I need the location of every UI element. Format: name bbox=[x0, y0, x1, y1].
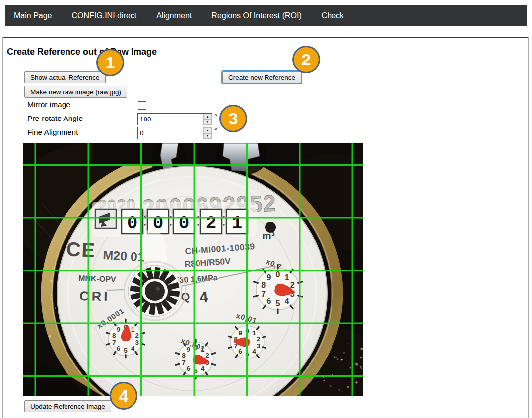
annotation-badge-3: 3 bbox=[219, 105, 247, 132]
svg-text:5: 5 bbox=[124, 347, 128, 354]
svg-text:9: 9 bbox=[117, 326, 121, 333]
nav-item-roi[interactable]: Regions Of Interest (ROI) bbox=[211, 11, 301, 20]
approval-text: M20 01 bbox=[103, 248, 145, 264]
svg-text:1: 1 bbox=[131, 326, 135, 333]
update-reference-image-button[interactable]: Update Reference Image bbox=[24, 400, 111, 412]
fine-spinner: ▲ ▼ bbox=[203, 127, 212, 139]
mirror-image-label: Mirror image bbox=[27, 100, 70, 109]
svg-text:6: 6 bbox=[238, 348, 242, 355]
svg-text:7: 7 bbox=[112, 339, 116, 346]
svg-text:2: 2 bbox=[257, 335, 261, 343]
prerotate-spin-up-icon[interactable]: ▲ bbox=[203, 114, 212, 119]
svg-text:9: 9 bbox=[266, 273, 271, 282]
nav-item-alignment[interactable]: Alignment bbox=[156, 11, 192, 20]
top-nav: Main Page CONFIG.INI direct Alignment Re… bbox=[5, 5, 527, 26]
nav-item-check[interactable]: Check bbox=[322, 11, 344, 20]
prerotate-spin-down-icon[interactable]: ▼ bbox=[203, 119, 212, 125]
svg-text:3: 3 bbox=[135, 339, 139, 346]
mirror-image-checkbox[interactable] bbox=[138, 101, 146, 110]
fine-spin-up-icon[interactable]: ▲ bbox=[203, 127, 212, 133]
fine-spin-down-icon[interactable]: ▼ bbox=[203, 133, 212, 139]
brand-text: MNK-OPV bbox=[78, 274, 116, 284]
svg-text:6: 6 bbox=[117, 345, 121, 352]
svg-text:6: 6 bbox=[266, 297, 271, 305]
svg-text:3: 3 bbox=[257, 342, 261, 350]
svg-text:4: 4 bbox=[201, 365, 205, 372]
svg-text:1: 1 bbox=[232, 213, 243, 234]
counter-window: 1 bbox=[226, 209, 248, 234]
svg-text:8: 8 bbox=[112, 332, 116, 339]
create-new-reference-button[interactable]: Create new Reference bbox=[222, 71, 301, 83]
svg-text:0: 0 bbox=[127, 213, 138, 234]
prerotate-degree-symbol: ° bbox=[214, 112, 217, 120]
svg-text:8: 8 bbox=[261, 281, 266, 289]
svg-text:2: 2 bbox=[135, 332, 139, 339]
svg-text:2: 2 bbox=[206, 213, 217, 234]
annotation-badge-1: 1 bbox=[96, 49, 124, 76]
svg-text:0: 0 bbox=[179, 213, 190, 234]
svg-text:4: 4 bbox=[252, 348, 256, 355]
reference-image: 2020 2000692952 0 0 0 2 1 m³ CE M20 01 C… bbox=[23, 143, 363, 396]
counter-window: 2 bbox=[200, 209, 222, 234]
svg-text:2: 2 bbox=[205, 352, 209, 359]
svg-text:9: 9 bbox=[238, 329, 242, 337]
prerotate-angle-field: ▲ ▼ bbox=[137, 113, 212, 125]
fine-alignment-input[interactable] bbox=[138, 127, 203, 139]
show-actual-reference-button[interactable]: Show actual Reference bbox=[24, 71, 106, 83]
fine-alignment-field: ▲ ▼ bbox=[137, 127, 212, 139]
svg-text:7: 7 bbox=[261, 290, 266, 298]
page-title: Create Reference out of Raw Image bbox=[7, 47, 157, 57]
prerotate-angle-label: Pre-rotate Angle bbox=[27, 114, 83, 123]
annotation-badge-2: 2 bbox=[292, 46, 320, 73]
q-value-text: 4 bbox=[199, 288, 209, 306]
svg-text:5: 5 bbox=[276, 299, 280, 308]
fine-degree-symbol: ° bbox=[214, 126, 217, 134]
counter-window: 0 bbox=[122, 209, 143, 234]
svg-text:1: 1 bbox=[252, 329, 256, 337]
fine-alignment-label: Fine Alignment bbox=[27, 128, 78, 137]
nav-item-config-ini[interactable]: CONFIG.INI direct bbox=[72, 11, 137, 20]
svg-text:8: 8 bbox=[182, 352, 186, 359]
series-text: CRI bbox=[79, 289, 110, 304]
brand-logo-icon bbox=[95, 209, 116, 228]
svg-text:4: 4 bbox=[285, 297, 289, 305]
svg-text:4: 4 bbox=[131, 345, 135, 352]
svg-text:6: 6 bbox=[186, 365, 190, 372]
counter-window: 0 bbox=[173, 209, 195, 234]
svg-text:2: 2 bbox=[290, 281, 295, 289]
prerotate-spinner: ▲ ▼ bbox=[203, 114, 212, 125]
svg-text:0: 0 bbox=[276, 270, 280, 279]
svg-text:7: 7 bbox=[182, 359, 186, 366]
unit-label: m³ bbox=[262, 230, 275, 241]
svg-text:1: 1 bbox=[285, 273, 289, 282]
prerotate-angle-input[interactable] bbox=[138, 114, 203, 125]
make-new-raw-image-button[interactable]: Make new raw image (raw.jpg) bbox=[24, 86, 127, 98]
nav-item-main-page[interactable]: Main Page bbox=[14, 11, 52, 20]
annotation-badge-4: 4 bbox=[110, 382, 137, 410]
ce-mark-text: CE bbox=[66, 238, 97, 261]
